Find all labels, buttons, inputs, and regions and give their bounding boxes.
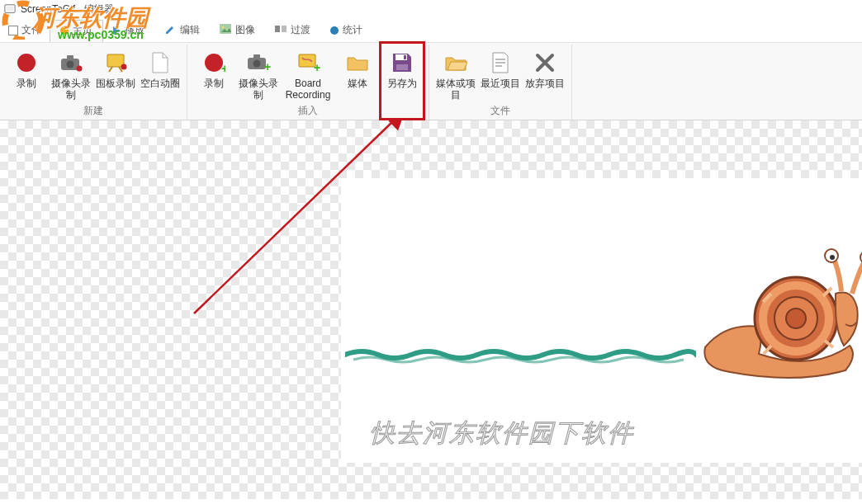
title-sep: -	[75, 3, 84, 15]
discard-project-button[interactable]: 放弃项目	[523, 48, 566, 102]
blank-page-icon	[147, 49, 173, 76]
insert-record-button[interactable]: + 录制	[192, 48, 235, 102]
home-dot-icon	[60, 26, 69, 35]
screenshot-highlight	[379, 41, 425, 120]
close-x-icon	[532, 49, 558, 76]
insert-media-button[interactable]: 媒体	[336, 48, 379, 102]
svg-point-36	[830, 255, 835, 260]
svg-text:+: +	[264, 60, 271, 73]
svg-rect-19	[253, 54, 260, 59]
ribbon-group-file: 媒体或项目 最近项目 放弃项目 文件	[429, 45, 572, 120]
tab-home[interactable]: 主页	[50, 20, 103, 42]
tab-file[interactable]: 文件	[0, 20, 50, 40]
svg-point-10	[67, 61, 74, 68]
group-label-new: 新建	[5, 104, 182, 118]
tab-transition[interactable]: 过渡	[265, 20, 320, 40]
svg-point-20	[253, 60, 261, 68]
file-icon	[8, 26, 18, 35]
svg-rect-6	[282, 26, 287, 32]
svg-rect-9	[67, 55, 73, 59]
board-plus-icon: +	[295, 49, 321, 76]
svg-line-13	[109, 67, 112, 72]
new-record-button[interactable]: 录制	[5, 48, 48, 102]
folder-open-icon	[443, 49, 469, 76]
svg-rect-5	[275, 26, 280, 32]
new-blank-button[interactable]: 空白动圈	[139, 48, 182, 102]
transition-icon	[275, 24, 287, 36]
svg-text:+: +	[314, 61, 320, 73]
edit-icon	[164, 23, 176, 37]
insert-board-button[interactable]: + Board Recording	[282, 48, 334, 102]
media-or-project-button[interactable]: 媒体或项目	[434, 48, 477, 102]
new-webcam-button[interactable]: 摄像头录制	[50, 48, 92, 102]
tab-edit[interactable]: 编辑	[154, 20, 210, 40]
svg-rect-22	[299, 54, 315, 67]
svg-point-33	[786, 309, 806, 328]
tab-image[interactable]: 图像	[210, 20, 265, 40]
camera-plus-icon: +	[245, 49, 272, 76]
new-board-button[interactable]: 围板录制	[94, 48, 137, 102]
board-icon	[102, 49, 129, 76]
svg-text:+: +	[221, 62, 225, 74]
recent-icon	[487, 49, 514, 76]
frame-caption: 快去河东软件园下软件	[370, 417, 634, 450]
snail-trail	[345, 343, 696, 366]
ribbon-tabs: 文件 主页 播放 编辑 图像 过渡 统计	[0, 18, 862, 43]
ribbon-group-insert: + 录制 + 摄像头录制 + Board Recording 媒体 另存为 插入	[187, 45, 429, 120]
svg-point-4	[222, 26, 225, 29]
ribbon-group-new: 录制 摄像头录制 围板录制 空白动圈 新建	[0, 45, 187, 120]
svg-rect-28	[495, 62, 505, 64]
svg-rect-27	[495, 59, 505, 60]
svg-point-16	[205, 54, 223, 72]
camera-icon	[58, 49, 84, 76]
svg-rect-1	[7, 7, 14, 12]
svg-point-15	[121, 64, 127, 70]
titlebar: ScreenToGif - 编辑器	[0, 0, 862, 18]
tab-stats[interactable]: 统计	[320, 20, 372, 40]
recent-projects-button[interactable]: 最近项目	[479, 48, 522, 102]
group-label-file: 文件	[434, 104, 566, 118]
editor-canvas[interactable]: 快去河东软件园下软件	[0, 120, 862, 499]
image-icon	[220, 24, 231, 36]
svg-rect-29	[495, 65, 502, 67]
tab-play[interactable]: 播放	[103, 20, 154, 40]
svg-point-11	[77, 66, 83, 72]
svg-rect-12	[107, 54, 124, 67]
svg-point-7	[17, 54, 36, 72]
app-icon	[4, 3, 16, 15]
ribbon-toolbar: 录制 摄像头录制 围板录制 空白动圈 新建 + 录制 +	[0, 43, 862, 120]
gif-frame-preview[interactable]: 快去河东软件园下软件	[341, 178, 862, 463]
record-icon: +	[201, 49, 227, 76]
record-icon	[13, 49, 40, 76]
window-title: 编辑器	[84, 2, 114, 16]
folder-icon	[344, 49, 371, 76]
snail-image	[680, 248, 862, 389]
play-icon	[113, 26, 121, 35]
insert-webcam-button[interactable]: + 摄像头录制	[237, 48, 280, 102]
stats-dot-icon	[330, 26, 339, 35]
app-name: ScreenToGif	[21, 3, 75, 15]
